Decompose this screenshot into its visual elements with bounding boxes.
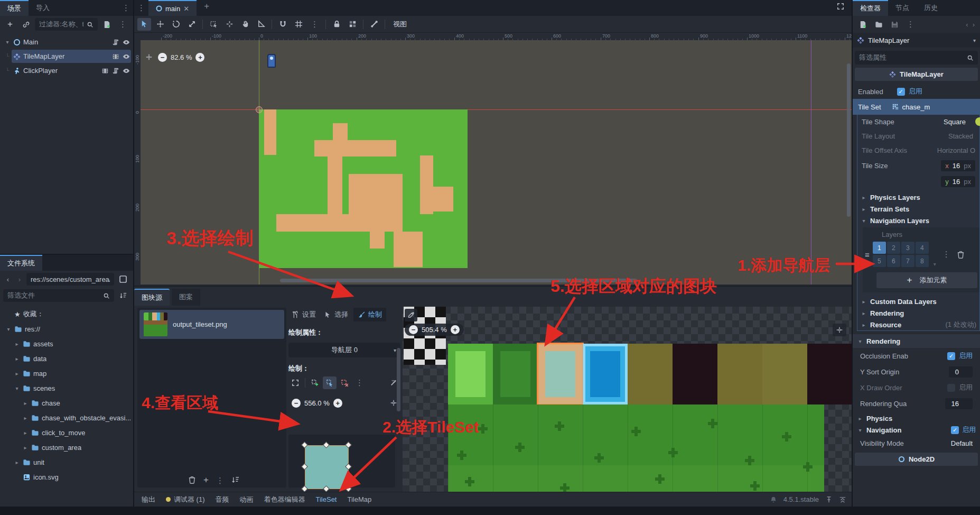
attach-script-button[interactable] <box>100 18 114 31</box>
new-resource-icon[interactable] <box>856 18 870 31</box>
tile-size-y-value[interactable]: 16 <box>953 178 960 186</box>
inspector-filter-input[interactable]: 筛选属性 <box>855 51 978 65</box>
atlas-tile-blue[interactable] <box>583 344 628 404</box>
zoom-out-button[interactable]: − <box>158 53 167 62</box>
fs-filter-input[interactable]: 筛选文件 <box>3 289 114 302</box>
fs-item-assets[interactable]: ▸assets <box>0 336 133 351</box>
expand-bottom-panel-icon[interactable] <box>839 496 846 503</box>
drag-handle-icon[interactable]: ≡ <box>865 250 870 259</box>
group-rendering[interactable]: ▸Rendering <box>857 307 979 319</box>
navigation-layer-cell-2[interactable]: 2 <box>887 242 900 254</box>
atlas-tile-forest[interactable] <box>493 344 538 404</box>
grid-snap-icon[interactable] <box>292 18 305 31</box>
tab-filesystem[interactable]: 文件系统 <box>0 255 42 271</box>
scene-toolbar-menu-icon[interactable]: ⋮ <box>116 20 130 29</box>
layer-menu-icon[interactable]: ⋮ <box>939 250 954 259</box>
category-tilemaplayer[interactable]: TileMapLayer <box>855 68 978 81</box>
scene-dock-menu-icon[interactable]: ⋮ <box>119 0 133 16</box>
section-navigation[interactable]: ▾Navigation ✓ 启用 <box>853 424 980 436</box>
add-element-button[interactable]: + 添加元素 <box>876 272 977 288</box>
edited-node-row[interactable]: TileMapLayer ▾ <box>853 33 980 48</box>
group-physics-layers[interactable]: ▸Physics Layers <box>857 191 979 203</box>
sort-sources-icon[interactable] <box>231 476 239 484</box>
navigation-checkbox[interactable]: ✓ <box>951 426 959 434</box>
navigation-layer-cell-8[interactable]: 8 <box>916 255 929 267</box>
scene-tabs-menu-icon[interactable]: ⋮ <box>134 0 148 16</box>
navigation-layer-cell-6[interactable]: 6 <box>887 255 900 267</box>
chevron-down-icon[interactable]: ▾ <box>5 326 12 332</box>
tile-picker-icon[interactable] <box>405 309 417 321</box>
scene-node-tilemaplayer[interactable]: └ TileMapLayer <box>0 49 133 63</box>
load-resource-icon[interactable] <box>872 18 885 31</box>
instance-scene-button[interactable] <box>19 18 33 31</box>
section-rendering[interactable]: ▾Rendering <box>853 334 980 348</box>
visibility-eye-icon[interactable] <box>123 39 130 46</box>
occlusion-checkbox[interactable]: ✓ <box>947 352 955 360</box>
navigation-layer-cell-5[interactable]: 5 <box>873 255 886 267</box>
bottom-tab-4[interactable]: 动画 <box>235 492 259 507</box>
tile-zoom-level[interactable]: 556.0 % <box>304 399 330 407</box>
tab-inspector[interactable]: 检查器 <box>853 0 888 16</box>
navigation-region-tile[interactable] <box>305 445 349 489</box>
scene-node-clickplayer[interactable]: └ ClickPlayer <box>0 63 133 78</box>
left-divider[interactable] <box>133 0 134 507</box>
history-back-button[interactable]: ‹ <box>3 273 13 286</box>
atlas-tile-maroon[interactable] <box>673 344 717 404</box>
remove-region-icon[interactable] <box>338 376 351 389</box>
tab-tile-sources[interactable]: 图块源 <box>134 289 170 306</box>
fs-item-icon-svg[interactable]: icon.svg <box>0 470 133 484</box>
atlas-zoom-in-button[interactable]: + <box>451 325 460 334</box>
tool-rotate[interactable] <box>169 18 183 31</box>
bottom-tab-7[interactable]: TileMap <box>342 492 377 507</box>
fs-item-data[interactable]: ▸data <box>0 351 133 366</box>
new-scene-tab-button[interactable]: + <box>200 0 213 13</box>
group-terrain-sets[interactable]: ▸Terrain Sets <box>857 203 979 215</box>
tile-zoom-in-button[interactable]: + <box>333 399 342 408</box>
tab-history[interactable]: 历史 <box>917 0 945 16</box>
group-icon[interactable] <box>346 18 359 31</box>
chevron-right-icon[interactable]: ▸ <box>14 341 20 347</box>
add-node-button[interactable]: + <box>3 18 17 31</box>
chevron-right-icon[interactable]: ▸ <box>22 430 29 436</box>
group-custom-data-layers[interactable]: ▸Custom Data Layers <box>857 296 979 307</box>
history-forward-button[interactable]: › <box>15 273 24 286</box>
fs-item-map[interactable]: ▸map <box>0 366 133 381</box>
distraction-free-icon[interactable] <box>834 0 847 13</box>
edit-region-icon[interactable] <box>323 376 337 389</box>
category-node2d[interactable]: Node2D <box>855 453 978 466</box>
y-sort-value[interactable]: 0 <box>949 366 973 378</box>
history-back-icon[interactable]: ‹ <box>966 21 968 29</box>
visibility-eye-icon[interactable] <box>123 53 130 60</box>
navigation-layer-cell-1[interactable]: 1 <box>873 242 886 254</box>
right-divider[interactable] <box>852 0 853 507</box>
bottom-tab-3[interactable]: 音频 <box>210 492 235 507</box>
view-menu-button[interactable]: 视图 <box>389 20 411 29</box>
atlas-tile-olive[interactable] <box>717 344 762 404</box>
notifications-bell-icon[interactable] <box>770 496 777 503</box>
tool-pivot[interactable] <box>222 18 236 31</box>
tab-node[interactable]: 节点 <box>888 0 917 16</box>
fs-item-chase-with-obstacle-evasi-[interactable]: ▸chase_with_obstacle_evasi... <box>0 410 133 425</box>
center-view-icon[interactable] <box>144 51 154 63</box>
scene-tab-main[interactable]: main ✕ <box>148 0 197 16</box>
navigation-layer-cell-4[interactable]: 4 <box>916 242 929 254</box>
atlas-tile-green[interactable] <box>448 344 493 404</box>
chevron-right-icon[interactable]: ▸ <box>22 400 29 406</box>
bottom-tab-2[interactable]: 调试器 (1) <box>161 492 210 507</box>
pin-bottom-panel-icon[interactable] <box>825 496 833 503</box>
navigation-layer-cell-7[interactable]: 7 <box>901 255 914 267</box>
visibility-eye-icon[interactable] <box>123 67 130 75</box>
tab-patterns[interactable]: 图案 <box>172 289 200 306</box>
atlas-zoom-level[interactable]: 505.4 % <box>422 326 447 334</box>
tool-pan[interactable] <box>238 18 252 31</box>
expand-editor-icon[interactable] <box>288 376 302 389</box>
tool-select[interactable] <box>137 18 151 31</box>
tile-atlas-view[interactable]: − 505.4 % + <box>403 307 852 492</box>
scene-node-main[interactable]: ▾ Main <box>0 35 133 49</box>
fs-item-chase[interactable]: ▸chase <box>0 396 133 410</box>
script-icon[interactable] <box>112 39 119 46</box>
bottom-tab-5[interactable]: 着色器编辑器 <box>259 492 311 507</box>
paint-column-scrollbar[interactable] <box>397 348 400 411</box>
fs-item-res-[interactable]: ▾res:// <box>0 321 133 336</box>
resource-menu-icon[interactable]: ⋮ <box>903 20 918 29</box>
